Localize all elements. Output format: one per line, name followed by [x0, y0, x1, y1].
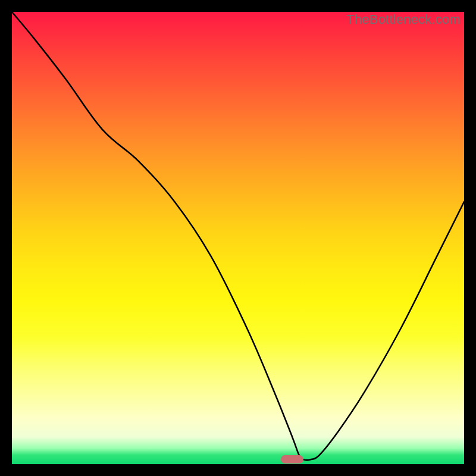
chart-container: TheBottleneck.com	[0, 0, 476, 476]
plot-area: TheBottleneck.com	[12, 12, 464, 464]
min-marker	[281, 455, 303, 464]
watermark-text: TheBottleneck.com	[346, 12, 461, 27]
bottleneck-curve	[12, 12, 464, 464]
